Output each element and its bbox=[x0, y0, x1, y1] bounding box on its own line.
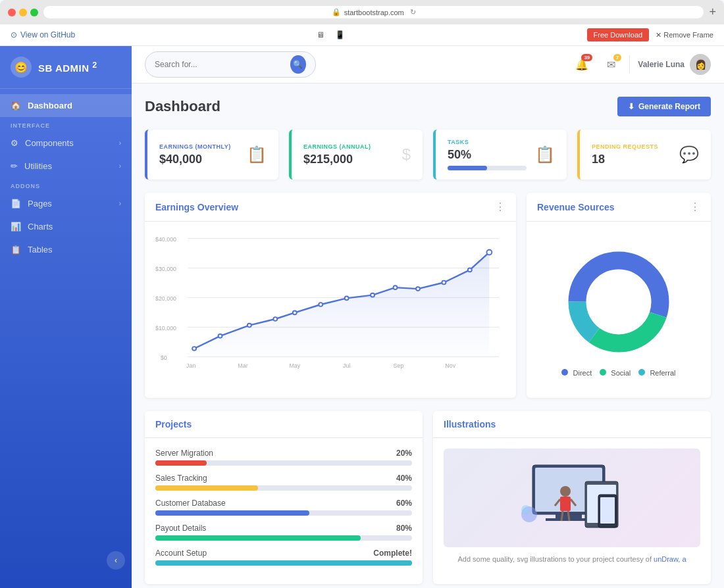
svg-text:$40,000: $40,000 bbox=[155, 236, 176, 243]
undraw-link[interactable]: unDraw, a bbox=[654, 555, 686, 563]
projects-header: Projects bbox=[145, 411, 423, 438]
line-chart-wrap: $40,000 $30,000 $20,000 $10,000 $0 bbox=[155, 232, 505, 377]
section-label-interface: INTERFACE bbox=[0, 117, 132, 132]
sidebar-item-pages[interactable]: 📄 Pages › bbox=[0, 192, 132, 215]
illustrations-body: Add some quality, svg illustrations to y… bbox=[433, 438, 711, 574]
sidebar-item-utilities[interactable]: ✏ Utilities › bbox=[0, 155, 132, 178]
project-name-3: Payout Details bbox=[155, 524, 206, 533]
user-avatar: 👩 bbox=[690, 54, 711, 75]
dot-red bbox=[8, 9, 16, 16]
top-bar: ⊙ View on GitHub 🖥 📱 Free Download ✕ Rem… bbox=[0, 24, 724, 46]
user-info[interactable]: Valerie Luna 👩 bbox=[638, 54, 711, 75]
project-name-2: Customer Database bbox=[155, 499, 226, 508]
stat-label-2: TASKS bbox=[448, 139, 527, 145]
free-download-btn[interactable]: Free Download bbox=[587, 28, 650, 41]
svg-point-10 bbox=[192, 347, 196, 351]
svg-rect-39 bbox=[600, 497, 615, 524]
svg-point-17 bbox=[371, 293, 375, 297]
svg-point-16 bbox=[345, 297, 349, 301]
svg-point-21 bbox=[468, 268, 472, 272]
stat-label-1: EARNINGS (ANNUAL) bbox=[303, 143, 371, 150]
stats-row: EARNINGS (MONTHLY) $40,000 📋 EARNINGS (A… bbox=[145, 130, 711, 180]
components-label: Components bbox=[25, 138, 74, 148]
svg-point-15 bbox=[319, 303, 323, 306]
sidebar-item-dashboard[interactable]: 🏠 Dashboard bbox=[0, 94, 132, 117]
projects-card: Projects Server Migration 20% bbox=[145, 411, 423, 584]
search-input[interactable] bbox=[155, 60, 285, 69]
sidebar-item-components[interactable]: ⚙ Components › bbox=[0, 132, 132, 155]
svg-point-47 bbox=[521, 505, 530, 514]
pages-icon: 📄 bbox=[11, 199, 21, 208]
svg-point-22 bbox=[486, 250, 492, 255]
svg-point-11 bbox=[219, 334, 222, 338]
desktop-icon[interactable]: 🖥 bbox=[317, 30, 324, 39]
generate-report-btn[interactable]: ⬇ Generate Report bbox=[617, 97, 711, 116]
earnings-chart-title: Earnings Overview bbox=[155, 202, 238, 212]
tablet-icon[interactable]: 📱 bbox=[335, 30, 345, 39]
utilities-label: Utilities bbox=[24, 161, 52, 171]
svg-point-14 bbox=[293, 311, 297, 315]
svg-point-40 bbox=[560, 486, 571, 497]
chevron-right-icon-3: › bbox=[119, 200, 121, 207]
legend-referral: Referral bbox=[650, 369, 675, 377]
section-label-addons: ADDONS bbox=[0, 178, 132, 192]
stat-label-3: PENDING REQUESTS bbox=[592, 143, 658, 150]
svg-text:$10,000: $10,000 bbox=[155, 325, 176, 331]
sidebar-collapse-btn[interactable]: ‹ bbox=[107, 551, 125, 570]
revenue-chart-menu[interactable]: ⋮ bbox=[690, 201, 700, 213]
stat-value-0: $40,000 bbox=[159, 153, 231, 166]
stat-card-annual: EARNINGS (ANNUAL) $215,000 $ bbox=[289, 130, 423, 180]
illustrations-card: Illustrations bbox=[433, 411, 711, 584]
search-wrap: 🔍 bbox=[145, 51, 316, 78]
stat-card-pending: PENDING REQUESTS 18 💬 bbox=[577, 130, 711, 180]
app-container: 😊 SB ADMIN 2 🏠 Dashboard INTERFACE ⚙ Com… bbox=[0, 46, 724, 588]
messages-btn[interactable]: ✉ 7 bbox=[600, 54, 621, 75]
brand-name: SB ADMIN 2 bbox=[38, 61, 97, 74]
page-content: Dashboard ⬇ Generate Report EARNINGS (MO… bbox=[132, 84, 724, 588]
project-pct-2: 60% bbox=[396, 499, 412, 508]
svg-rect-41 bbox=[560, 497, 571, 511]
earnings-chart-menu[interactable]: ⋮ bbox=[495, 201, 505, 213]
project-item-3: Payout Details 80% bbox=[155, 524, 412, 541]
stat-value-2: 50% bbox=[448, 148, 527, 162]
svg-text:$20,000: $20,000 bbox=[155, 295, 176, 302]
device-switcher: 🖥 📱 bbox=[317, 30, 345, 39]
svg-point-18 bbox=[394, 285, 398, 289]
donut-svg bbox=[559, 243, 678, 361]
projects-body: Server Migration 20% Sales Tracking 40% bbox=[145, 438, 423, 584]
url-text: startbootstrap.com bbox=[344, 9, 404, 16]
earnings-chart-body: $40,000 $30,000 $20,000 $10,000 $0 bbox=[145, 222, 516, 387]
sidebar-item-tables[interactable]: 📋 Tables bbox=[0, 238, 132, 261]
browser-chrome: 🔒 startbootstrap.com ↻ + bbox=[0, 0, 724, 24]
pages-label: Pages bbox=[28, 199, 52, 208]
notifications-btn[interactable]: 🔔 39 bbox=[571, 54, 592, 75]
projects-title: Projects bbox=[155, 419, 192, 429]
sidebar-item-label: Dashboard bbox=[28, 101, 72, 110]
refresh-icon: ↻ bbox=[410, 8, 416, 16]
project-name-1: Sales Tracking bbox=[155, 474, 207, 483]
project-pct-3: 80% bbox=[396, 524, 412, 533]
legend-social: Social bbox=[611, 369, 631, 377]
user-name: Valerie Luna bbox=[638, 60, 685, 69]
github-link[interactable]: ⊙ View on GitHub bbox=[11, 30, 75, 39]
svg-text:Mar: Mar bbox=[238, 362, 247, 369]
browser-dots bbox=[8, 9, 38, 16]
brand-logo: 😊 bbox=[11, 57, 32, 78]
svg-text:May: May bbox=[289, 362, 300, 369]
project-item-4: Account Setup Complete! bbox=[155, 549, 412, 566]
brand-icon: 😊 bbox=[14, 61, 28, 74]
project-item-0: Server Migration 20% bbox=[155, 449, 412, 466]
top-bar-right: Free Download ✕ Remove Frame bbox=[587, 28, 713, 41]
svg-point-20 bbox=[442, 281, 446, 285]
add-tab-btn[interactable]: + bbox=[709, 5, 716, 19]
chevron-right-icon-2: › bbox=[119, 162, 121, 170]
search-button[interactable]: 🔍 bbox=[290, 55, 306, 74]
charts-label: Charts bbox=[28, 222, 53, 232]
svg-text:$30,000: $30,000 bbox=[155, 266, 176, 272]
dot-yellow bbox=[19, 9, 27, 16]
sidebar-item-charts[interactable]: 📊 Charts bbox=[0, 215, 132, 238]
donut-wrap: Direct Social Referral bbox=[537, 232, 700, 387]
header-divider bbox=[629, 55, 630, 74]
remove-frame-btn[interactable]: ✕ Remove Frame bbox=[656, 31, 713, 39]
lock-icon: 🔒 bbox=[332, 8, 341, 16]
